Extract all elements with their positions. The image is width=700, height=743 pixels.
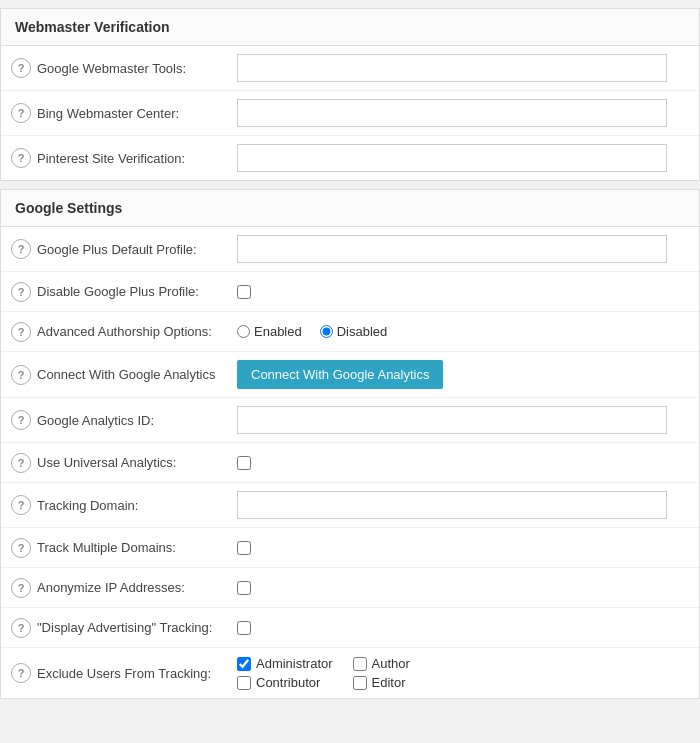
- field-row-universal-analytics: ? Use Universal Analytics:: [1, 443, 699, 483]
- help-icon-disable-google-plus[interactable]: ?: [11, 282, 31, 302]
- radio-label-disabled[interactable]: Disabled: [320, 324, 388, 339]
- exclude-editor-label[interactable]: Editor: [353, 675, 449, 690]
- control-universal-analytics: [237, 456, 689, 470]
- control-anonymize-ip: [237, 581, 689, 595]
- google-section-title: Google Settings: [1, 190, 699, 227]
- field-row-google-webmaster: ? Google Webmaster Tools:: [1, 46, 699, 91]
- radio-disabled[interactable]: [320, 325, 333, 338]
- checkbox-display-advertising[interactable]: [237, 621, 251, 635]
- label-google-plus-profile: Google Plus Default Profile:: [37, 242, 237, 257]
- webmaster-section: Webmaster Verification ? Google Webmaste…: [0, 8, 700, 181]
- help-icon-google-webmaster[interactable]: ?: [11, 58, 31, 78]
- control-track-multiple: [237, 541, 689, 555]
- field-row-connect-analytics: ? Connect With Google Analytics Connect …: [1, 352, 699, 398]
- field-row-display-advertising: ? "Display Advertising" Tracking:: [1, 608, 699, 648]
- field-row-google-plus-profile: ? Google Plus Default Profile:: [1, 227, 699, 272]
- radio-enabled-text: Enabled: [254, 324, 302, 339]
- exclude-administrator-label[interactable]: Administrator: [237, 656, 333, 671]
- connect-analytics-button[interactable]: Connect With Google Analytics: [237, 360, 443, 389]
- field-row-tracking-domain: ? Tracking Domain:: [1, 483, 699, 528]
- input-tracking-domain[interactable]: [237, 491, 667, 519]
- checkbox-contributor[interactable]: [237, 676, 251, 690]
- help-icon-display-advertising[interactable]: ?: [11, 618, 31, 638]
- control-display-advertising: [237, 621, 689, 635]
- field-row-advanced-authorship: ? Advanced Authorship Options: Enabled D…: [1, 312, 699, 352]
- exclude-contributor-label[interactable]: Contributor: [237, 675, 333, 690]
- page-wrapper: Webmaster Verification ? Google Webmaste…: [0, 8, 700, 699]
- radio-label-enabled[interactable]: Enabled: [237, 324, 302, 339]
- field-row-pinterest: ? Pinterest Site Verification:: [1, 136, 699, 180]
- input-analytics-id[interactable]: [237, 406, 667, 434]
- help-icon-anonymize-ip[interactable]: ?: [11, 578, 31, 598]
- label-tracking-domain: Tracking Domain:: [37, 498, 237, 513]
- help-icon-advanced-authorship[interactable]: ?: [11, 322, 31, 342]
- label-advanced-authorship: Advanced Authorship Options:: [37, 324, 237, 339]
- webmaster-section-title: Webmaster Verification: [1, 9, 699, 46]
- control-pinterest: [237, 144, 689, 172]
- label-connect-analytics: Connect With Google Analytics: [37, 367, 237, 382]
- label-anonymize-ip: Anonymize IP Addresses:: [37, 580, 237, 595]
- exclude-contributor-text: Contributor: [256, 675, 320, 690]
- control-google-plus-profile: [237, 235, 689, 263]
- label-universal-analytics: Use Universal Analytics:: [37, 455, 237, 470]
- help-icon-universal-analytics[interactable]: ?: [11, 453, 31, 473]
- label-google-webmaster: Google Webmaster Tools:: [37, 61, 237, 76]
- help-icon-track-multiple[interactable]: ?: [11, 538, 31, 558]
- checkbox-administrator[interactable]: [237, 657, 251, 671]
- control-bing-webmaster: [237, 99, 689, 127]
- label-track-multiple: Track Multiple Domains:: [37, 540, 237, 555]
- label-bing-webmaster: Bing Webmaster Center:: [37, 106, 237, 121]
- input-google-webmaster[interactable]: [237, 54, 667, 82]
- field-row-track-multiple: ? Track Multiple Domains:: [1, 528, 699, 568]
- control-connect-analytics: Connect With Google Analytics: [237, 360, 689, 389]
- label-exclude-users: Exclude Users From Tracking:: [37, 666, 237, 681]
- checkbox-editor[interactable]: [353, 676, 367, 690]
- exclude-users-grid: Administrator Author Contributor Editor: [237, 656, 448, 690]
- google-section: Google Settings ? Google Plus Default Pr…: [0, 189, 700, 699]
- control-exclude-users: Administrator Author Contributor Editor: [237, 656, 689, 690]
- checkbox-author[interactable]: [353, 657, 367, 671]
- help-icon-analytics-id[interactable]: ?: [11, 410, 31, 430]
- exclude-editor-text: Editor: [372, 675, 406, 690]
- exclude-author-label[interactable]: Author: [353, 656, 449, 671]
- control-tracking-domain: [237, 491, 689, 519]
- input-google-plus-profile[interactable]: [237, 235, 667, 263]
- exclude-administrator-text: Administrator: [256, 656, 333, 671]
- field-row-analytics-id: ? Google Analytics ID:: [1, 398, 699, 443]
- control-advanced-authorship: Enabled Disabled: [237, 324, 689, 339]
- checkbox-track-multiple[interactable]: [237, 541, 251, 555]
- checkbox-universal-analytics[interactable]: [237, 456, 251, 470]
- label-analytics-id: Google Analytics ID:: [37, 413, 237, 428]
- input-bing-webmaster[interactable]: [237, 99, 667, 127]
- radio-group-authorship: Enabled Disabled: [237, 324, 387, 339]
- field-row-disable-google-plus: ? Disable Google Plus Profile:: [1, 272, 699, 312]
- radio-enabled[interactable]: [237, 325, 250, 338]
- help-icon-google-plus-profile[interactable]: ?: [11, 239, 31, 259]
- checkbox-disable-google-plus[interactable]: [237, 285, 251, 299]
- help-icon-pinterest[interactable]: ?: [11, 148, 31, 168]
- field-row-anonymize-ip: ? Anonymize IP Addresses:: [1, 568, 699, 608]
- input-pinterest[interactable]: [237, 144, 667, 172]
- exclude-author-text: Author: [372, 656, 410, 671]
- label-display-advertising: "Display Advertising" Tracking:: [37, 620, 237, 635]
- field-row-exclude-users: ? Exclude Users From Tracking: Administr…: [1, 648, 699, 698]
- field-row-bing-webmaster: ? Bing Webmaster Center:: [1, 91, 699, 136]
- checkbox-anonymize-ip[interactable]: [237, 581, 251, 595]
- help-icon-connect-analytics[interactable]: ?: [11, 365, 31, 385]
- control-disable-google-plus: [237, 285, 689, 299]
- help-icon-tracking-domain[interactable]: ?: [11, 495, 31, 515]
- radio-disabled-text: Disabled: [337, 324, 388, 339]
- help-icon-exclude-users[interactable]: ?: [11, 663, 31, 683]
- label-pinterest: Pinterest Site Verification:: [37, 151, 237, 166]
- control-analytics-id: [237, 406, 689, 434]
- control-google-webmaster: [237, 54, 689, 82]
- label-disable-google-plus: Disable Google Plus Profile:: [37, 284, 237, 299]
- help-icon-bing-webmaster[interactable]: ?: [11, 103, 31, 123]
